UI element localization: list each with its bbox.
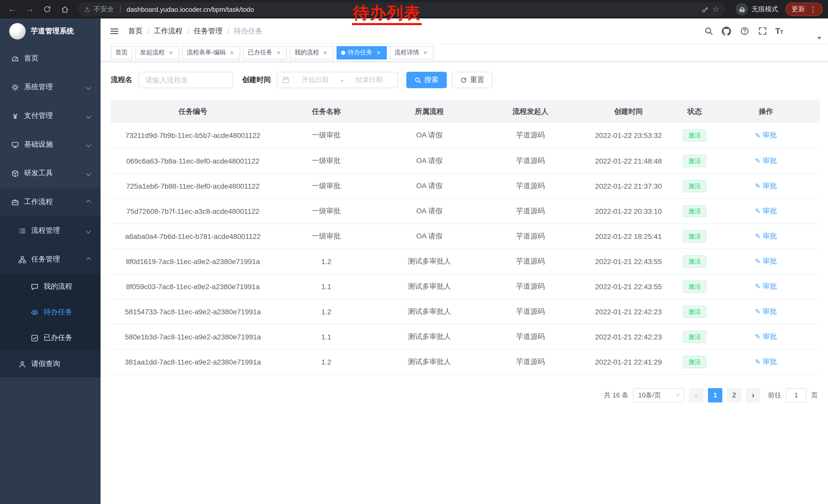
sidebar-item-process-mgmt[interactable]: 流程管理 xyxy=(0,216,100,245)
not-secure-warning-icon: ⚠ xyxy=(84,5,90,13)
refresh-icon xyxy=(460,77,467,83)
approve-link[interactable]: ✎审批 xyxy=(755,307,777,316)
page-1-button[interactable]: 1 xyxy=(708,388,722,402)
next-page-button[interactable]: › xyxy=(746,388,760,402)
close-icon[interactable]: × xyxy=(375,49,382,56)
screen: ← → ⚠ 不安全 dashboard.yudao.iocoder.cn/bpm… xyxy=(0,0,828,504)
close-icon[interactable]: × xyxy=(422,49,429,56)
sidebar-item-todo-task[interactable]: 待办任务 xyxy=(0,300,100,325)
incognito-badge: 无痕模式 xyxy=(736,3,778,15)
sidebar: 芋道管理系统 首页 系统管理 ¥ xyxy=(0,18,100,504)
status-badge: 激活 xyxy=(683,255,706,267)
prev-page-button[interactable]: ‹ xyxy=(689,388,703,402)
sidebar-item-system[interactable]: 系统管理 xyxy=(0,73,100,101)
end-date-placeholder: 结束日期 xyxy=(345,75,393,85)
close-icon[interactable]: × xyxy=(322,49,329,56)
table-row: 75d72608-7b7f-11ec-a3c8-acde48001122 一级审… xyxy=(111,198,820,224)
table-row: 58154733-7ac8-11ec-a9e2-a2380e71991a 1.2… xyxy=(111,299,820,324)
approve-link[interactable]: ✎审批 xyxy=(755,181,777,190)
browser-menu-icon[interactable]: ⋮ xyxy=(810,5,817,13)
status-badge: 激活 xyxy=(683,230,706,242)
approve-link[interactable]: ✎审批 xyxy=(755,332,777,341)
todo-task-table: 任务编号 任务名称 所属流程 流程发起人 创建时间 状态 操作 73211d9d… xyxy=(111,100,820,374)
sidebar-item-workflow[interactable]: 工作流程 xyxy=(0,188,100,216)
status-badge: 激活 xyxy=(683,154,706,167)
col-initiator: 流程发起人 xyxy=(481,100,580,123)
bookmark-star-icon[interactable]: ☆ xyxy=(712,5,719,14)
process-name-input[interactable] xyxy=(138,72,233,88)
browser-back-icon[interactable]: ← xyxy=(5,2,19,16)
sidebar-item-payment[interactable]: ¥ 支付管理 xyxy=(0,101,100,130)
sidebar-item-home[interactable]: 首页 xyxy=(0,44,100,73)
page-size-select[interactable]: 10条/页 xyxy=(633,388,685,402)
active-dot-icon xyxy=(341,50,345,55)
close-icon[interactable]: × xyxy=(167,49,174,56)
reset-button[interactable]: 重置 xyxy=(452,72,493,88)
chrome-update-button[interactable]: 更新 ⋮ xyxy=(785,3,823,16)
sidebar-item-devtools[interactable]: 研发工具 xyxy=(0,159,100,188)
sidebar-item-task-mgmt[interactable]: 任务管理 xyxy=(0,245,100,274)
sidebar-item-done-task[interactable]: 已办任务 xyxy=(0,325,100,351)
tab-process-form-edit[interactable]: 流程表单-编辑 × xyxy=(182,46,240,59)
page-2-button[interactable]: 2 xyxy=(727,388,741,402)
github-icon[interactable] xyxy=(721,26,732,36)
date-range-picker[interactable]: 开始日期 - 结束日期 xyxy=(277,72,398,88)
password-key-icon[interactable] xyxy=(701,5,709,13)
close-icon[interactable]: × xyxy=(228,49,236,56)
incognito-label: 无痕模式 xyxy=(752,5,778,14)
tab-done-task[interactable]: 已办任务 × xyxy=(243,46,287,59)
process-name-label: 流程名 xyxy=(111,75,132,85)
tab-my-process[interactable]: 我的流程 × xyxy=(290,46,333,59)
tab-todo-task[interactable]: 待办任务 × xyxy=(336,46,387,59)
tab-start-process[interactable]: 发起流程 × xyxy=(135,46,179,59)
create-time-label: 创建时间 xyxy=(242,75,271,85)
search-button[interactable]: 搜索 xyxy=(406,72,447,88)
dashboard-icon xyxy=(11,55,19,62)
approve-link[interactable]: ✎审批 xyxy=(755,282,777,291)
browser-forward-icon[interactable]: → xyxy=(23,2,37,16)
chevron-down-icon xyxy=(86,142,91,147)
eye-icon xyxy=(31,308,38,316)
approve-link[interactable]: ✎审批 xyxy=(755,231,777,241)
annotation-text: 待办列表 xyxy=(352,4,422,25)
start-date-placeholder: 开始日期 xyxy=(291,75,339,85)
sidebar-item-infrastructure[interactable]: 基础设施 xyxy=(0,130,100,159)
tab-home[interactable]: 首页 xyxy=(111,46,132,59)
edit-icon: ✎ xyxy=(755,182,760,190)
browser-reload-icon[interactable] xyxy=(40,2,54,16)
browser-home-icon[interactable] xyxy=(57,2,72,16)
edit-icon: ✎ xyxy=(755,157,760,165)
approve-link[interactable]: ✎审批 xyxy=(755,357,777,366)
approve-link[interactable]: ✎审批 xyxy=(755,207,777,216)
approve-link[interactable]: ✎审批 xyxy=(755,257,777,266)
font-size-icon[interactable]: TT xyxy=(775,27,783,36)
col-created: 创建时间 xyxy=(580,100,677,123)
table-header-row: 任务编号 任务名称 所属流程 流程发起人 创建时间 状态 操作 xyxy=(111,100,820,123)
goto-unit: 页 xyxy=(811,391,818,400)
tab-process-detail[interactable]: 流程详情 × xyxy=(390,46,433,59)
help-icon[interactable] xyxy=(739,26,749,36)
monitor-icon xyxy=(11,141,19,148)
col-task-id: 任务编号 xyxy=(111,100,275,123)
search-icon[interactable] xyxy=(703,26,714,36)
table-row: 069c6a63-7b8a-11ec-8ef0-acde48001122 一级审… xyxy=(111,148,820,173)
table-row: 8f059c03-7ac8-11ec-a9e2-a2380e71991a 1.1… xyxy=(111,274,820,299)
edit-icon: ✎ xyxy=(755,333,760,340)
app-logo: 芋道管理系统 xyxy=(0,18,100,44)
close-icon[interactable]: × xyxy=(275,49,282,56)
fullscreen-icon[interactable] xyxy=(757,26,768,36)
search-icon xyxy=(415,77,421,83)
sidebar-item-my-process[interactable]: 我的流程 xyxy=(0,274,100,300)
approve-link[interactable]: ✎审批 xyxy=(755,131,777,140)
status-badge: 激活 xyxy=(683,356,706,368)
avatar-dropdown-caret-icon[interactable] xyxy=(817,37,821,39)
approve-link[interactable]: ✎审批 xyxy=(755,156,777,165)
table-row: 580e1b3d-7ac8-11ec-a9e2-a2380e71991a 1.1… xyxy=(111,324,820,349)
goto-page-input[interactable] xyxy=(786,388,806,402)
sidebar-collapse-icon[interactable] xyxy=(110,27,119,36)
breadcrumb-task-mgmt[interactable]: 任务管理 xyxy=(194,27,223,36)
breadcrumb-home[interactable]: 首页 xyxy=(128,27,142,36)
breadcrumb-workflow[interactable]: 工作流程 xyxy=(154,27,182,36)
sidebar-item-leave-query[interactable]: 请假查询 xyxy=(0,351,100,377)
table-row: 8f0d1619-7ac8-11ec-a9e2-a2380e71991a 1.2… xyxy=(111,249,820,274)
